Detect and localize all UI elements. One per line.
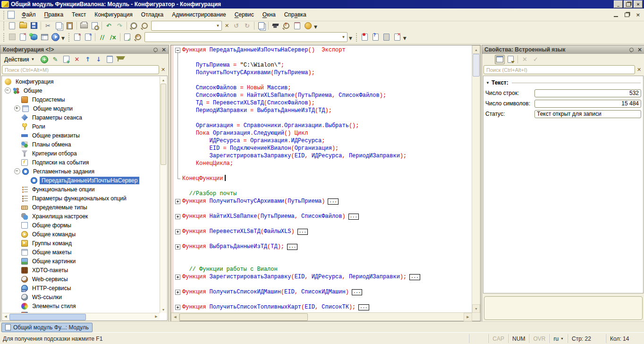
module-code-editor[interactable]: Функция ПередатьДанныеИзПочтыНаСервер() … (170, 45, 481, 321)
scroll-down-icon[interactable]: ▼ (472, 304, 480, 313)
tree-item-25[interactable]: Элементы стиля (3, 301, 160, 310)
editor-vscroll-thumb[interactable] (473, 54, 480, 77)
menu-item-7[interactable]: Окна (258, 9, 280, 20)
expand-function-icon[interactable] (174, 273, 182, 281)
expand-function-icon[interactable] (174, 213, 182, 220)
code-line[interactable]: Функция ПередатьДанныеИзПочтыНаСервер() … (174, 46, 472, 54)
properties-panel-close-icon[interactable]: × (637, 46, 642, 53)
tree-vertical-scrollbar[interactable]: ▲ ▼ (160, 77, 167, 313)
section-collapse-icon[interactable]: ▼ (486, 81, 490, 85)
toolbar-overflow-button[interactable]: ▼ (314, 25, 317, 29)
print-button[interactable] (79, 21, 89, 30)
code-line[interactable]: Функция ВыбратьДанныеИзТД(ТД);... (174, 243, 472, 250)
sort-by-categories-button[interactable] (495, 55, 505, 64)
open-file-button[interactable] (18, 21, 28, 30)
configuration-panel-close-icon[interactable]: × (161, 46, 166, 53)
context-help-button[interactable] (281, 21, 291, 30)
tree-item-16[interactable]: Общие формы (3, 221, 160, 230)
procedures-combo-dropdown-icon[interactable]: ▼ (340, 34, 347, 41)
tree-item-1[interactable]: Общие (3, 86, 160, 95)
scroll-up-icon[interactable]: ▲ (160, 77, 167, 83)
apply-changes-button[interactable]: ✓ (531, 55, 541, 64)
tree-item-12[interactable]: Функциональные опции (3, 185, 160, 194)
menu-item-8[interactable]: Справка (280, 9, 311, 20)
tree-search-clear-icon[interactable]: ✕ (159, 66, 167, 74)
code-line[interactable]: КонецФункции (174, 175, 472, 182)
editor-vertical-scrollbar[interactable]: ▲ ▼ (472, 45, 480, 313)
status-field[interactable]: Текст открыт для записи (534, 110, 641, 118)
tree-item-6[interactable]: Общие реквизиты (3, 131, 160, 140)
previous-bookmark-button[interactable] (381, 32, 391, 42)
start-debugging-button[interactable] (51, 32, 60, 42)
mdi-close-button[interactable]: × (636, 12, 640, 18)
find-previous-button[interactable]: ↻ (242, 21, 252, 30)
tree-item-18[interactable]: Группы команд (3, 239, 160, 248)
code-line[interactable]: Функция ПеревестиXLSвТД(ФайлыXLS)... (174, 228, 472, 235)
tree-item-10[interactable]: Регламентные задания (3, 167, 160, 176)
code-line[interactable]: Функция ПолучитьСписокИДМашин(EID, Списо… (174, 288, 472, 296)
scroll-up-icon[interactable]: ▲ (472, 45, 480, 54)
toolbar-overflow-button[interactable]: ▼ (61, 36, 65, 41)
tree-item-11[interactable]: ПередатьДанныеИзПочтыНаСервер (3, 176, 160, 185)
add-bookmark-button[interactable] (360, 32, 370, 42)
restore-button[interactable] (624, 0, 633, 8)
pin-icon[interactable] (629, 48, 634, 52)
code-line[interactable] (174, 250, 472, 258)
code-line[interactable] (174, 220, 472, 228)
print-preview-button[interactable] (90, 21, 100, 30)
scroll-down-icon[interactable]: ▼ (160, 306, 167, 313)
menu-item-1[interactable]: Правка (40, 9, 68, 20)
collapse-function-icon[interactable] (174, 46, 182, 54)
collapsed-code-button[interactable]: ... (348, 214, 359, 220)
edit-button[interactable]: ✎ (51, 55, 60, 64)
cut-button[interactable]: ✂ (43, 21, 53, 30)
char-count-field[interactable]: 15 484 (534, 100, 641, 108)
add-new-object-button[interactable] (61, 55, 71, 64)
collapsed-code-button[interactable]: ... (287, 244, 297, 250)
code-line[interactable]: СписокФайлов = НайтиXLSвПапке(ПутьПриема… (174, 92, 472, 99)
filter-tree-button[interactable] (116, 55, 126, 64)
code-line[interactable] (174, 167, 472, 175)
syntax-assistant-button[interactable] (271, 21, 280, 30)
menu-item-5[interactable]: Администрирование (168, 9, 230, 20)
tree-item-5[interactable]: Роли (3, 122, 160, 131)
mdi-restore-button[interactable] (625, 13, 629, 17)
tree-item-7[interactable]: Планы обмена (3, 140, 160, 149)
code-line[interactable]: // Функции работы с Виалон (174, 266, 472, 273)
tree-item-13[interactable]: Параметры функциональных опций (3, 194, 160, 203)
section-text[interactable]: ▼ Текст: (486, 79, 641, 86)
search-combo-dropdown-icon[interactable]: ▼ (214, 22, 221, 29)
tree-item-17[interactable]: Общие команды (3, 230, 160, 239)
tree-item-4[interactable]: Параметры сеанса (3, 113, 160, 122)
configuration-panel-header[interactable]: Конфигурация <!> × (0, 45, 169, 54)
tree-item-22[interactable]: Web-сервисы (3, 275, 160, 284)
paste-button[interactable] (65, 21, 75, 30)
code-line[interactable]: ЗарегистрироватьЗаправку(EID, ИДРесурса,… (174, 152, 472, 160)
properties-panel-header[interactable]: Свойства: Встроенный язык × (482, 45, 644, 54)
menu-item-3[interactable]: Конфигурация (90, 9, 137, 20)
tree-item-15[interactable]: Хранилища настроек (3, 212, 160, 221)
copy-special-button[interactable] (256, 21, 266, 30)
clear-bookmarks-button[interactable] (392, 32, 402, 42)
collapsed-code-button[interactable]: ... (409, 274, 420, 280)
tree-item-23[interactable]: HTTP-сервисы (3, 284, 160, 292)
scroll-left-icon[interactable]: ◀ (2, 313, 9, 320)
tree-item-21[interactable]: XDTO-пакеты (3, 266, 160, 275)
new-document-button[interactable] (7, 21, 17, 30)
syntax-check-button[interactable] (122, 32, 132, 42)
code-line[interactable]: ПериодИЗаправки = ВыбратьДанныеИзТД(ТД); (174, 107, 472, 114)
tree-item-19[interactable]: Общие макеты (3, 248, 160, 257)
configuration-table-button[interactable] (40, 32, 50, 42)
find-in-files-button[interactable] (129, 21, 139, 30)
remove-comment-button[interactable]: /x (108, 32, 118, 42)
collapsed-code-button[interactable]: ... (352, 289, 362, 295)
code-line[interactable] (174, 182, 472, 190)
scroll-left-icon[interactable]: ◀ (171, 313, 179, 321)
tree-item-2[interactable]: Подсистемы (3, 95, 160, 104)
window-tab-module[interactable]: Общий модуль Фу...: Модуль (1, 323, 93, 332)
expand-function-icon[interactable] (174, 288, 182, 296)
code-line[interactable]: Организация = Справочники.Организации.Вы… (174, 122, 472, 129)
procedures-combo[interactable]: ▼ (144, 32, 347, 42)
format-block-b-button[interactable] (83, 32, 93, 42)
format-block-a-button[interactable] (72, 32, 82, 42)
